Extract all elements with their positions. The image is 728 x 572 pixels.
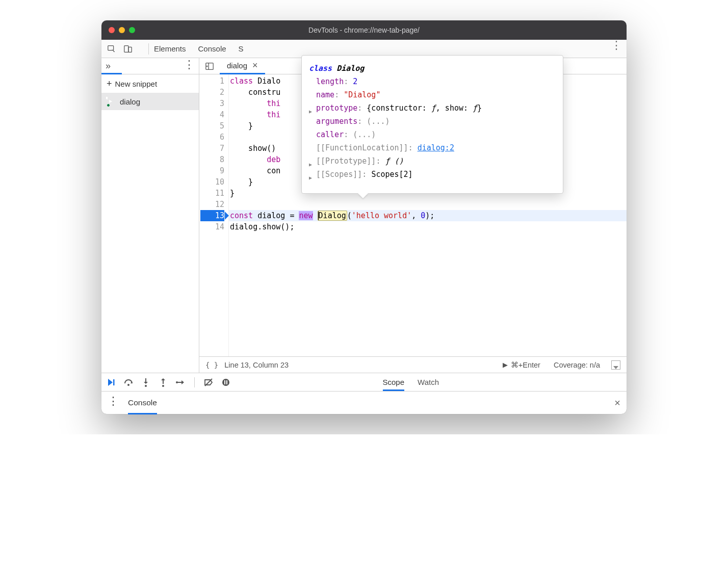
- new-snippet-label: New snippet: [115, 80, 158, 88]
- object-preview-popover: class Dialog length: 2 name: "Dialog" ▶: [301, 55, 563, 194]
- svg-point-12: [176, 381, 178, 383]
- svg-rect-1: [124, 45, 128, 52]
- separator: [148, 43, 149, 55]
- drawer-close-icon[interactable]: ×: [614, 397, 620, 409]
- more-tools-icon[interactable]: ⋮: [611, 41, 621, 51]
- coverage-status: Coverage: n/a: [554, 361, 600, 369]
- cursor-position: Line 13, Column 23: [224, 361, 289, 369]
- popover-internal-prototype[interactable]: ▶ [[Prototype]]: ƒ (): [309, 154, 556, 168]
- code-content[interactable]: class Dialo constru thi thi } show() deb…: [229, 74, 627, 356]
- code-editor: dialog × 1234 5678 9101112 1314 class Di…: [199, 58, 627, 373]
- drawer-more-icon[interactable]: ⋮: [108, 396, 119, 407]
- popover-internal-scopes[interactable]: ▶ [[Scopes]]: Scopes[2]: [309, 168, 556, 181]
- popover-prop-name[interactable]: name: "Dialog": [309, 88, 556, 101]
- execution-line: const dialog = new Dialog('hello world',…: [229, 210, 627, 221]
- window-title: DevTools - chrome://new-tab-page/: [101, 26, 627, 34]
- snippet-item[interactable]: dialog: [101, 93, 199, 110]
- run-shortcut: ⌘+Enter: [511, 361, 540, 369]
- resume-icon[interactable]: [106, 377, 117, 388]
- console-drawer: ⋮ Console ×: [101, 392, 627, 414]
- svg-point-10: [162, 385, 164, 387]
- sidebar-more-icon[interactable]: ⋮: [184, 59, 195, 70]
- deactivate-breakpoints-icon[interactable]: [203, 377, 214, 388]
- svg-rect-0: [108, 45, 114, 50]
- file-tab-label: dialog: [227, 61, 247, 70]
- svg-rect-16: [226, 380, 227, 384]
- inspect-element-icon[interactable]: [107, 44, 117, 54]
- popover-class-name: Dialog: [336, 64, 364, 73]
- tab-sources[interactable]: S: [239, 44, 245, 53]
- close-tab-icon[interactable]: ×: [252, 60, 258, 71]
- minimize-window-button[interactable]: [119, 27, 125, 33]
- svg-rect-5: [113, 379, 115, 385]
- svg-point-6: [127, 384, 129, 386]
- snippet-label: dialog: [120, 97, 140, 106]
- code-area[interactable]: 1234 5678 9101112 1314 class Dialo const…: [199, 74, 627, 356]
- expand-sidebar-icon[interactable]: »: [106, 61, 111, 71]
- step-icon[interactable]: [175, 377, 186, 388]
- sources-panel: » ⋮ + New snippet dialog: [101, 58, 627, 373]
- editor-status-bar: { } Line 13, Column 23 ▶ ⌘+Enter Coverag…: [199, 356, 627, 373]
- svg-point-8: [145, 385, 147, 387]
- run-snippet-icon[interactable]: ▶: [503, 361, 508, 369]
- step-into-icon[interactable]: [140, 377, 151, 388]
- tab-scope[interactable]: Scope: [383, 378, 405, 391]
- step-out-icon[interactable]: [158, 377, 169, 388]
- tab-watch[interactable]: Watch: [418, 378, 439, 386]
- pretty-print-icon[interactable]: { }: [205, 361, 218, 369]
- drawer-tab-console[interactable]: Console: [128, 398, 157, 414]
- svg-rect-15: [224, 380, 225, 384]
- navigator-toggle-icon[interactable]: [204, 61, 215, 71]
- popover-function-location[interactable]: [[FunctionLocation]]: dialog:2: [309, 141, 556, 154]
- debugger-toolbar: Scope Watch: [101, 373, 627, 392]
- file-tab-dialog[interactable]: dialog ×: [220, 58, 265, 74]
- close-window-button[interactable]: [109, 27, 115, 33]
- disclosure-triangle-icon[interactable]: ▶: [309, 171, 312, 185]
- tab-console[interactable]: Console: [198, 44, 226, 53]
- popover-prop-length[interactable]: length: 2: [309, 75, 556, 88]
- popover-prop-caller[interactable]: caller: (...): [309, 128, 556, 141]
- snippets-sidebar: » ⋮ + New snippet dialog: [101, 58, 199, 373]
- new-snippet-button[interactable]: + New snippet: [101, 74, 199, 93]
- snippet-file-icon: [108, 97, 116, 106]
- traffic-lights: [109, 27, 135, 33]
- svg-point-14: [222, 379, 229, 386]
- devtools-window: DevTools - chrome://new-tab-page/ Elemen…: [101, 20, 627, 414]
- popover-prop-arguments[interactable]: arguments: (...): [309, 115, 556, 128]
- svg-rect-2: [128, 47, 132, 52]
- sidebar-header: » ⋮: [101, 58, 199, 74]
- device-toolbar-icon[interactable]: [123, 44, 133, 54]
- plus-icon: +: [107, 79, 112, 89]
- step-over-icon[interactable]: [123, 377, 134, 388]
- zoom-window-button[interactable]: [129, 27, 135, 33]
- toggle-bottom-drawer-icon[interactable]: [611, 360, 620, 370]
- titlebar: DevTools - chrome://new-tab-page/: [101, 20, 627, 40]
- pause-on-exceptions-icon[interactable]: [220, 377, 231, 388]
- popover-prop-prototype[interactable]: ▶ prototype: {constructor: ƒ, show: ƒ}: [309, 101, 556, 115]
- popover-class-keyword: class: [309, 64, 332, 73]
- tab-elements[interactable]: Elements: [154, 44, 186, 53]
